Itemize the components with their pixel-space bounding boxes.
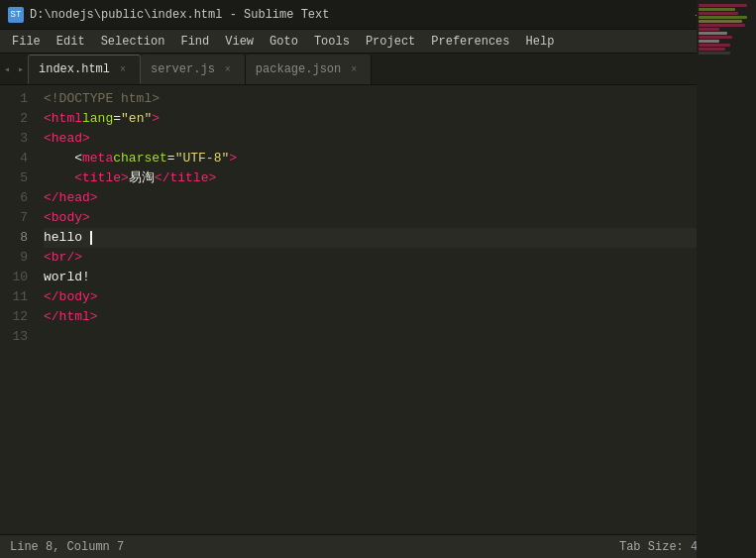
app-icon: ST: [8, 7, 24, 23]
menu-item-project[interactable]: Project: [358, 30, 423, 54]
menu-bar: FileEditSelectionFindViewGotoToolsProjec…: [0, 30, 756, 54]
title-bar: ST D:\nodejs\public\index.html - Sublime…: [0, 0, 756, 30]
tab-close-button[interactable]: ×: [347, 62, 361, 76]
tab-close-button[interactable]: ×: [116, 62, 130, 76]
window-title: D:\nodejs\public\index.html - Sublime Te…: [30, 8, 329, 22]
line-number: 1: [0, 89, 28, 109]
line-number: 10: [0, 268, 28, 287]
tab-bar: ◂ ▸ index.html×server.js×package.json×▾: [0, 54, 756, 85]
code-line: hello: [44, 228, 756, 248]
tab-label: index.html: [39, 62, 110, 76]
menu-item-help[interactable]: Help: [518, 30, 563, 54]
code-line: </html>: [44, 307, 756, 327]
title-bar-left: ST D:\nodejs\public\index.html - Sublime…: [8, 7, 329, 23]
line-number: 5: [0, 168, 28, 188]
code-line: <meta charset="UTF-8">: [44, 149, 756, 168]
code-line: world!: [44, 268, 756, 287]
cursor-position: Line 8, Column 7: [10, 540, 124, 554]
code-line: <title>易淘</title>: [44, 168, 756, 188]
menu-item-selection[interactable]: Selection: [93, 30, 173, 54]
line-number: 7: [0, 208, 28, 228]
tab-index-html[interactable]: index.html×: [28, 55, 141, 84]
menu-item-file[interactable]: File: [4, 30, 49, 54]
code-line: </body>: [44, 287, 756, 307]
code-line: [44, 327, 756, 347]
line-number: 8: [0, 228, 28, 248]
tab-scroll-left-button[interactable]: ◂: [0, 55, 14, 84]
menu-item-goto[interactable]: Goto: [262, 30, 306, 54]
code-line: <br />: [44, 248, 756, 268]
code-line: <!DOCTYPE html>: [44, 89, 756, 109]
menu-item-tools[interactable]: Tools: [306, 30, 358, 54]
code-line: <body>: [44, 208, 756, 228]
line-number: 6: [0, 188, 28, 208]
menu-item-edit[interactable]: Edit: [49, 30, 93, 54]
code-line: <head>: [44, 129, 756, 149]
tab-scroll-right-button[interactable]: ▸: [14, 55, 28, 84]
line-number: 3: [0, 129, 28, 149]
tab-label: package.json: [256, 62, 341, 76]
tab-close-button[interactable]: ×: [221, 62, 235, 76]
code-line: </head>: [44, 188, 756, 208]
code-line: <html lang="en">: [44, 109, 756, 129]
tab-package-json[interactable]: package.json×: [246, 55, 372, 84]
tab-size-indicator[interactable]: Tab Size: 4: [619, 540, 698, 554]
line-number: 2: [0, 109, 28, 129]
line-number: 4: [0, 149, 28, 168]
line-number: 13: [0, 327, 28, 347]
line-number: 12: [0, 307, 28, 327]
menu-item-find[interactable]: Find: [172, 30, 217, 54]
line-number: 9: [0, 248, 28, 268]
tab-label: server.js: [151, 62, 215, 76]
line-numbers: 12345678910111213: [0, 85, 40, 534]
code-editor[interactable]: <!DOCTYPE html><html lang="en"><head> <m…: [40, 85, 756, 534]
tab-server-js[interactable]: server.js×: [141, 55, 246, 84]
menu-item-view[interactable]: View: [217, 30, 262, 54]
status-bar: Line 8, Column 7 Tab Size: 4 HTML: [0, 534, 756, 558]
editor-area: 12345678910111213 <!DOCTYPE html><html l…: [0, 85, 756, 534]
minimap: [697, 85, 756, 534]
menu-item-preferences[interactable]: Preferences: [423, 30, 517, 54]
line-number: 11: [0, 287, 28, 307]
